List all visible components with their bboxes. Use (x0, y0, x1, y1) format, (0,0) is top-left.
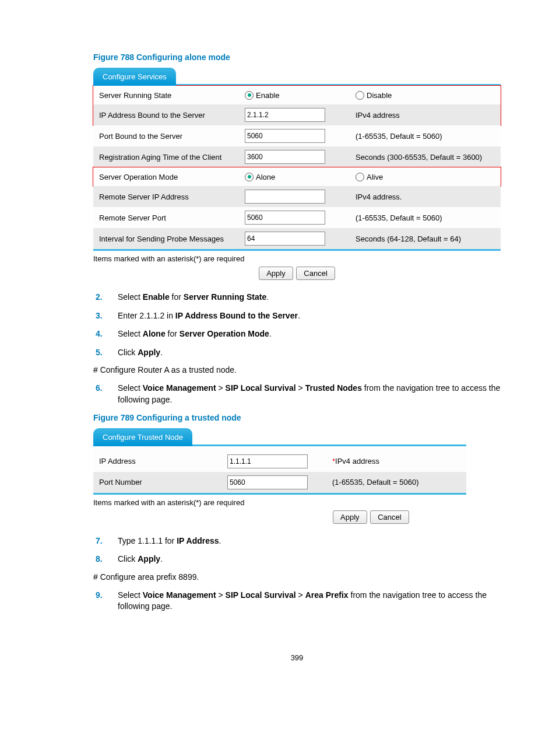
radio-icon (356, 173, 364, 181)
cancel-button[interactable]: Cancel (296, 267, 335, 280)
hint-ipv4: IPv4 address (356, 111, 449, 120)
radio-label-disable: Disable (367, 91, 392, 100)
step-6: 6. Select Voice Management > SIP Local S… (112, 383, 501, 405)
figure-title: Figure 788 Configuring alone mode (93, 52, 501, 62)
step-5: 5. Click Apply. (112, 347, 501, 359)
hint-interval: Seconds (64-128, Default = 64) (356, 235, 495, 243)
radio-icon (245, 173, 254, 181)
footnote: Items marked with an asterisk(*) are req… (93, 254, 501, 263)
label-port-number: Port Number (99, 478, 227, 487)
step-2: 2. Select Enable for Server Running Stat… (112, 292, 501, 303)
hint-ip-address: *IPv4 address (332, 457, 460, 466)
step-8: 8. Click Apply. (112, 554, 501, 565)
hint-port-number: (1-65535, Default = 5060) (332, 478, 460, 487)
input-remote-port[interactable] (245, 211, 325, 225)
config-note: # Configure area prefix 8899. (93, 572, 501, 582)
step-4: 4. Select Alone for Server Operation Mod… (112, 328, 501, 340)
radio-icon (356, 91, 364, 100)
configure-services-table: Server Running State Enable Disable IP A… (93, 84, 501, 251)
config-note: # Configure Router A as a trusted node. (93, 365, 501, 374)
step-7: 7. Type 1.1.1.1 for IP Address. (112, 536, 501, 547)
label-interval: Interval for Sending Probe Messages (99, 235, 245, 243)
label-reg-aging: Registration Aging Time of the Client (99, 153, 245, 162)
radio-label-alone: Alone (256, 173, 275, 181)
radio-alone[interactable]: Alone (245, 173, 356, 181)
apply-button[interactable]: Apply (259, 267, 293, 280)
radio-enable[interactable]: Enable (245, 91, 356, 100)
tab-configure-trusted-node[interactable]: Configure Trusted Node (93, 428, 192, 446)
radio-alive[interactable]: Alive (356, 173, 449, 181)
figure-title: Figure 789 Configuring a trusted node (93, 413, 501, 422)
label-remote-port: Remote Server Port (99, 214, 245, 222)
input-remote-ip[interactable] (245, 190, 325, 204)
label-server-running-state: Server Running State (99, 91, 245, 100)
radio-disable[interactable]: Disable (356, 91, 449, 100)
input-port-number[interactable] (227, 475, 308, 489)
step-3: 3. Enter 2.1.1.2 in IP Address Bound to … (112, 310, 501, 322)
radio-icon (245, 91, 254, 100)
input-port-bound[interactable] (245, 129, 325, 143)
cancel-button[interactable]: Cancel (370, 510, 409, 524)
hint-remote-port: (1-65535, Default = 5060) (356, 214, 495, 222)
page-number: 399 (93, 653, 501, 662)
input-interval[interactable] (245, 232, 325, 246)
label-ip-bound: IP Address Bound to the Server (99, 111, 245, 120)
radio-label-alive: Alive (367, 173, 383, 181)
input-reg-aging[interactable] (245, 150, 325, 164)
configure-trusted-node-table: IP Address *IPv4 address Port Number (1-… (93, 444, 466, 495)
hint-remote-ip: IPv4 address. (356, 192, 495, 201)
label-server-op: Server Operation Mode (99, 173, 245, 181)
apply-button[interactable]: Apply (333, 510, 367, 524)
label-port-bound: Port Bound to the Server (99, 132, 245, 141)
input-ip-address[interactable] (227, 454, 308, 468)
step-9: 9. Select Voice Management > SIP Local S… (112, 590, 501, 612)
tab-configure-services[interactable]: Configure Services (93, 68, 176, 86)
footnote: Items marked with an asterisk(*) are req… (93, 498, 501, 507)
input-ip-bound[interactable] (245, 108, 325, 122)
label-remote-ip: Remote Server IP Address (99, 192, 245, 201)
label-ip-address: IP Address (99, 457, 227, 466)
hint-port-bound: (1-65535, Default = 5060) (356, 132, 495, 141)
hint-reg-aging: Seconds (300-65535, Default = 3600) (356, 153, 495, 162)
radio-label-enable: Enable (256, 91, 279, 100)
